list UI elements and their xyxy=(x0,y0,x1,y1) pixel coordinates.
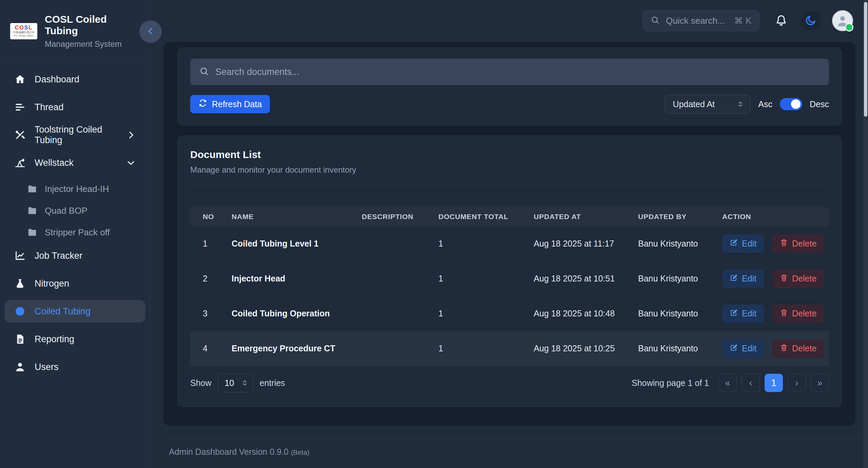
list-lines-icon xyxy=(14,101,26,113)
cell-updated-by: Banu Kristyanto xyxy=(638,261,722,296)
entries-label: entries xyxy=(260,378,285,388)
flask-icon xyxy=(14,278,26,289)
sidebar-subitem-injector-head-ih[interactable]: Injector Head-IH xyxy=(5,179,145,198)
document-list-card: Document List Manage and monitor your do… xyxy=(177,136,842,407)
cell-document-total: 1 xyxy=(438,226,534,261)
delete-button[interactable]: Delete xyxy=(772,234,824,253)
cell-updated-at: Aug 18 2025 at 10:25 xyxy=(534,331,638,366)
delete-label: Delete xyxy=(792,274,816,284)
delete-button[interactable]: Delete xyxy=(772,305,824,323)
refresh-data-button[interactable]: Refresh Data xyxy=(190,95,270,113)
sort-controls: Updated At Asc Desc xyxy=(665,95,829,114)
cell-actions: Edit Delete xyxy=(722,296,829,331)
avatar[interactable] xyxy=(832,10,853,31)
sidebar-item-nitrogen[interactable]: Nitrogen xyxy=(5,272,145,295)
chevron-updown-icon xyxy=(736,100,745,109)
sidebar-subitem-quad-bop[interactable]: Quad BOP xyxy=(5,201,145,220)
moon-icon xyxy=(805,15,816,27)
trash-icon xyxy=(780,309,788,319)
brand: COSL 中海油服印尼公司 PT. COSL INDO COSL Coiled … xyxy=(0,0,150,60)
document-icon xyxy=(14,333,26,345)
circle-icon xyxy=(14,306,26,317)
sidebar-item-label: Wellstack xyxy=(35,158,74,168)
toggle-knob xyxy=(791,99,801,109)
table-header-row: NO NAME DESCRIPTION DOCUMENT TOTAL UPDAT… xyxy=(190,207,829,226)
pumpjack-icon xyxy=(14,157,26,169)
sidebar-item-coiled-tubing[interactable]: Coiled Tubing xyxy=(5,300,145,323)
delete-button[interactable]: Delete xyxy=(772,270,824,288)
edit-label: Edit xyxy=(742,239,756,249)
cell-updated-by: Banu Kristyanto xyxy=(638,226,722,261)
home-icon xyxy=(14,74,26,85)
sidebar: COSL 中海油服印尼公司 PT. COSL INDO COSL Coiled … xyxy=(0,0,151,468)
sort-field-select[interactable]: Updated At xyxy=(665,95,751,114)
theme-toggle-button[interactable] xyxy=(801,11,821,31)
delete-button[interactable]: Delete xyxy=(772,339,824,358)
sidebar-item-reporting[interactable]: Reporting xyxy=(5,328,145,350)
cell-name: Emergency Procedure CT xyxy=(232,331,362,366)
edit-button[interactable]: Edit xyxy=(722,234,764,253)
table-row: 4 Emergency Procedure CT 1 Aug 18 2025 a… xyxy=(190,331,829,366)
cell-no: 4 xyxy=(190,331,232,366)
cell-actions: Edit Delete xyxy=(722,331,829,366)
sidebar-item-dashboard[interactable]: Dashboard xyxy=(5,68,145,91)
edit-button[interactable]: Edit xyxy=(722,339,764,358)
cell-description xyxy=(362,331,438,366)
cell-updated-at: Aug 18 2025 at 10:51 xyxy=(534,261,638,296)
sidebar-item-thread[interactable]: Thread xyxy=(5,96,145,118)
cell-no: 3 xyxy=(190,296,232,331)
first-page-button[interactable]: « xyxy=(718,374,737,392)
edit-button[interactable]: Edit xyxy=(722,270,764,288)
tools-icon xyxy=(14,129,26,141)
header-divider xyxy=(190,184,829,184)
sort-direction-toggle[interactable] xyxy=(780,98,802,110)
delete-label: Delete xyxy=(792,239,816,249)
chevron-down-icon xyxy=(126,158,136,168)
sidebar-item-toolstring-coiled-tubing[interactable]: Toolstring Coiled Tubing xyxy=(5,124,145,146)
pagination-bar: Show 10 entries Showing page 1 of 1 « ‹ … xyxy=(190,373,829,392)
cosl-logo-word: COSL xyxy=(15,25,33,31)
sidebar-item-wellstack[interactable]: Wellstack xyxy=(5,152,145,174)
table-row: 2 Injector Head 1 Aug 18 2025 at 10:51 B… xyxy=(190,261,829,296)
cosl-logo: COSL 中海油服印尼公司 PT. COSL INDO xyxy=(10,23,37,39)
page-1-button[interactable]: 1 xyxy=(765,374,783,392)
trash-icon xyxy=(780,274,788,284)
sidebar-subitem-stripper-pack-off[interactable]: Stripper Pack off xyxy=(5,223,145,242)
sidebar-item-label: Reporting xyxy=(35,334,74,345)
search-icon xyxy=(199,66,209,78)
last-page-button[interactable]: » xyxy=(811,374,829,392)
edit-label: Edit xyxy=(742,344,756,353)
document-search[interactable] xyxy=(190,59,829,85)
document-list-subtitle: Manage and monitor your document invento… xyxy=(190,165,829,175)
topbar: ⌘ K xyxy=(151,0,863,42)
sidebar-item-label: Thread xyxy=(35,102,64,113)
col-updated-by: UPDATED BY xyxy=(638,207,722,226)
cell-updated-by: Banu Kristyanto xyxy=(638,331,722,366)
next-page-button[interactable]: › xyxy=(788,374,806,392)
page-summary: Showing page 1 of 1 xyxy=(632,378,709,388)
delete-label: Delete xyxy=(792,309,816,318)
cell-name: Coiled Tubing Operation xyxy=(232,296,362,331)
prev-page-button[interactable]: ‹ xyxy=(742,374,760,392)
chevron-left-icon xyxy=(145,26,156,37)
cell-document-total: 1 xyxy=(438,261,534,296)
sidebar-item-users[interactable]: Users xyxy=(5,356,145,378)
trash-icon xyxy=(780,344,788,354)
app-subtitle: Management System xyxy=(45,39,141,49)
page-size-select[interactable]: 10 xyxy=(218,373,254,392)
quick-search-input[interactable] xyxy=(666,16,728,26)
desc-label: Desc xyxy=(810,99,829,109)
edit-button[interactable]: Edit xyxy=(722,305,764,323)
sidebar-item-job-tracker[interactable]: Job Tracker xyxy=(5,245,145,267)
scrollbar-thumb[interactable] xyxy=(864,2,867,117)
cell-description xyxy=(362,296,438,331)
sidebar-collapse-button[interactable] xyxy=(139,20,162,43)
notifications-button[interactable] xyxy=(774,14,788,27)
sidebar-item-label: Dashboard xyxy=(35,74,79,85)
pager: Showing page 1 of 1 « ‹ 1 › » xyxy=(632,374,829,392)
table-row: 1 Coiled Tubing Level 1 1 Aug 18 2025 at… xyxy=(190,226,829,261)
scrollbar-track[interactable] xyxy=(863,0,868,468)
document-search-input[interactable] xyxy=(215,67,820,77)
quick-search[interactable]: ⌘ K xyxy=(643,10,760,31)
col-document-total: DOCUMENT TOTAL xyxy=(438,207,534,226)
